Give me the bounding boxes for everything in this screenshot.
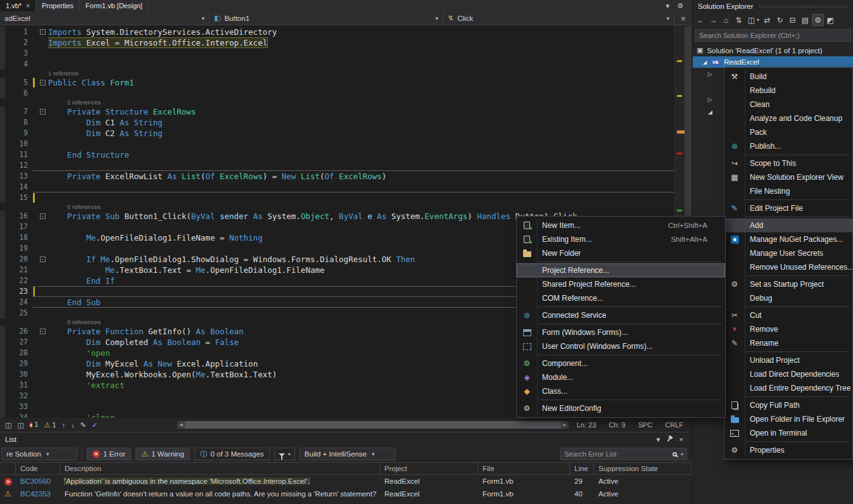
breakpoint-margin[interactable]	[0, 27, 11, 37]
add-submenu-item-existing-item[interactable]: Existing Item...Shift+Alt+A	[517, 232, 725, 246]
breakpoint-margin[interactable]	[0, 182, 11, 192]
space-mode-indicator[interactable]: SPC	[638, 421, 653, 429]
next-issue-icon[interactable]: ↓	[71, 421, 75, 429]
context-menu-item-load-entire-dependency-tree[interactable]: Load Entire Dependency Tree	[724, 381, 852, 395]
collapse-all-icon[interactable]: ⊟	[787, 14, 799, 26]
context-menu-item-clean[interactable]: Clean	[724, 98, 852, 111]
breakpoint-margin[interactable]	[0, 326, 11, 337]
column-header-file[interactable]: File	[478, 463, 570, 474]
collapse-region-icon[interactable]: -	[40, 80, 46, 85]
context-menu-item-scope-to-this[interactable]: ↪Scope to This	[724, 156, 852, 170]
breakpoint-margin[interactable]	[0, 222, 11, 232]
breakpoint-margin[interactable]	[0, 391, 11, 401]
context-menu-item-set-as-startup-project[interactable]: ⚙Set as Startup Project	[724, 277, 852, 291]
context-menu-item-publish[interactable]: ⊕Publish...	[724, 139, 852, 153]
sync-with-active-document-icon[interactable]: ⇄	[761, 14, 773, 26]
context-menu-item-unload-project[interactable]: Unload Project	[724, 353, 852, 367]
forward-icon[interactable]: →	[707, 14, 719, 26]
breakpoint-margin[interactable]	[0, 243, 11, 254]
collapse-region-icon[interactable]: -	[40, 256, 46, 262]
close-icon[interactable]: ×	[679, 436, 683, 443]
breakpoint-margin[interactable]	[0, 149, 11, 160]
build-intellisense-dropdown[interactable]: Build + IntelliSense ▾	[300, 448, 396, 460]
add-submenu-item-class[interactable]: ◆Class...	[517, 384, 725, 398]
codelens-label[interactable]: 1 reference	[0, 70, 692, 77]
chevron-down-icon[interactable]: ▾	[681, 451, 683, 457]
column-header-line[interactable]: Line	[570, 463, 594, 474]
breakpoint-margin[interactable]	[0, 48, 11, 59]
solution-node[interactable]: ▣ Solution 'ReadExcel' (1 of 1 project)	[693, 44, 853, 56]
breakpoint-margin[interactable]	[0, 265, 11, 275]
collapse-region-icon[interactable]: -	[40, 329, 46, 334]
error-list-row[interactable]: ×BC30560'Application' is ambiguous in th…	[0, 475, 692, 488]
context-menu-item-add[interactable]: Add	[724, 218, 852, 232]
code-cleanup-icon[interactable]: ✓	[92, 421, 98, 429]
breakpoint-margin[interactable]	[0, 275, 11, 286]
context-menu-item-build[interactable]: ⚒Build	[724, 70, 852, 84]
breakpoint-margin[interactable]	[0, 171, 11, 182]
panel-toggle-icon[interactable]: ◫	[17, 421, 23, 429]
document-tab-1-vb[interactable]: 1.vb*×	[0, 0, 36, 11]
breakpoint-margin[interactable]	[0, 297, 11, 308]
context-menu-item-cut[interactable]: ✂Cut	[724, 308, 852, 322]
search-icon[interactable]	[673, 452, 677, 457]
breakpoint-margin[interactable]	[0, 380, 11, 391]
breakpoint-margin[interactable]	[0, 232, 11, 243]
breakpoint-margin[interactable]	[0, 412, 11, 418]
warnings-filter-button[interactable]: ⚠ 1 Warning	[136, 448, 190, 460]
context-menu-item-rename[interactable]: ✎Rename	[724, 336, 852, 350]
add-submenu-item-new-item[interactable]: New Item...Ctrl+Shift+A	[517, 218, 725, 232]
add-submenu-item-project-reference[interactable]: Project Reference...	[517, 263, 725, 277]
context-menu-item-new-solution-explorer-view[interactable]: ▦New Solution Explorer View	[724, 170, 852, 184]
edit-icon[interactable]: ✎	[80, 421, 86, 429]
solution-explorer-search[interactable]	[695, 29, 851, 42]
context-menu-item-pack[interactable]: Pack	[724, 125, 852, 139]
context-menu-item-rebuild[interactable]: Rebuild	[724, 84, 852, 98]
context-menu-item-copy-full-path[interactable]: Copy Full Path	[724, 398, 852, 412]
error-code-link[interactable]: BC42353	[20, 490, 51, 498]
scope-filter-dropdown[interactable]: re Solution ▾	[1, 448, 77, 460]
breakpoint-margin[interactable]	[0, 117, 11, 128]
breakpoint-margin[interactable]	[0, 358, 11, 369]
context-menu-item-analyze-and-code-cleanup[interactable]: Analyze and Code Cleanup	[724, 111, 852, 125]
context-menu-item-debug[interactable]: Debug	[724, 291, 852, 305]
breakpoint-margin[interactable]	[0, 160, 11, 171]
breakpoint-margin[interactable]	[0, 128, 11, 139]
add-submenu-item-com-reference[interactable]: COM Reference...	[517, 291, 725, 305]
scroll-right-icon[interactable]: ▶	[561, 422, 569, 427]
filter-button[interactable]: ▾	[274, 448, 295, 460]
preview-selected-items-icon[interactable]: ◩	[825, 14, 837, 26]
pending-changes-filter-icon[interactable]: ◫	[745, 14, 757, 26]
document-tab-properties[interactable]: Properties	[36, 0, 80, 11]
context-menu-item-remove-unused-references[interactable]: Remove Unused References...	[724, 260, 852, 274]
error-list-search-input[interactable]	[564, 450, 673, 458]
context-menu-item-open-in-terminal[interactable]: >_Open in Terminal	[724, 426, 852, 440]
breakpoint-margin[interactable]	[0, 348, 11, 358]
context-menu-item-load-direct-dependencies[interactable]: Load Direct Dependencies	[724, 367, 852, 381]
project-scope-dropdown[interactable]: adExcel ▾	[0, 11, 210, 25]
messages-filter-button[interactable]: ⓘ 0 of 3 Messages	[194, 448, 270, 460]
event-dropdown[interactable]: ↯ Click ▾	[443, 11, 674, 25]
tabstrip-settings-gear-icon[interactable]: ⚙	[677, 2, 683, 10]
breakpoint-margin[interactable]	[0, 337, 11, 348]
editor-horizontal-scrollbar[interactable]: ◀ ▶	[177, 421, 569, 429]
tab-close-icon[interactable]: ×	[26, 3, 30, 9]
column-header-suppression-state[interactable]: Suppression State	[594, 463, 692, 474]
column-header-code[interactable]: Code	[16, 463, 60, 474]
scroll-left-icon[interactable]: ◀	[177, 422, 185, 427]
errors-filter-button[interactable]: × 1 Error	[87, 448, 131, 460]
collapse-region-icon[interactable]: -	[40, 109, 46, 115]
context-menu-item-open-folder-in-file-explorer[interactable]: Open Folder in File Explorer	[724, 412, 852, 426]
chevron-down-icon[interactable]: ▾	[757, 17, 759, 23]
show-all-files-icon[interactable]: ▤	[799, 14, 811, 26]
breakpoint-margin[interactable]	[0, 254, 11, 265]
add-submenu-item-form-windows-forms[interactable]: Form (Windows Forms)...	[517, 325, 725, 339]
breakpoint-margin[interactable]	[0, 88, 11, 99]
context-menu-item-remove[interactable]: ×Remove	[724, 322, 852, 336]
column-header-project[interactable]: Project	[380, 463, 478, 474]
properties-icon[interactable]: ⚙	[812, 14, 824, 26]
context-menu-item-edit-project-file[interactable]: ✎Edit Project File	[724, 201, 852, 215]
breakpoint-margin[interactable]	[0, 286, 11, 297]
navbar-toggle-icon[interactable]: ≡	[674, 11, 692, 25]
error-code-link[interactable]: BC30560	[20, 477, 51, 485]
